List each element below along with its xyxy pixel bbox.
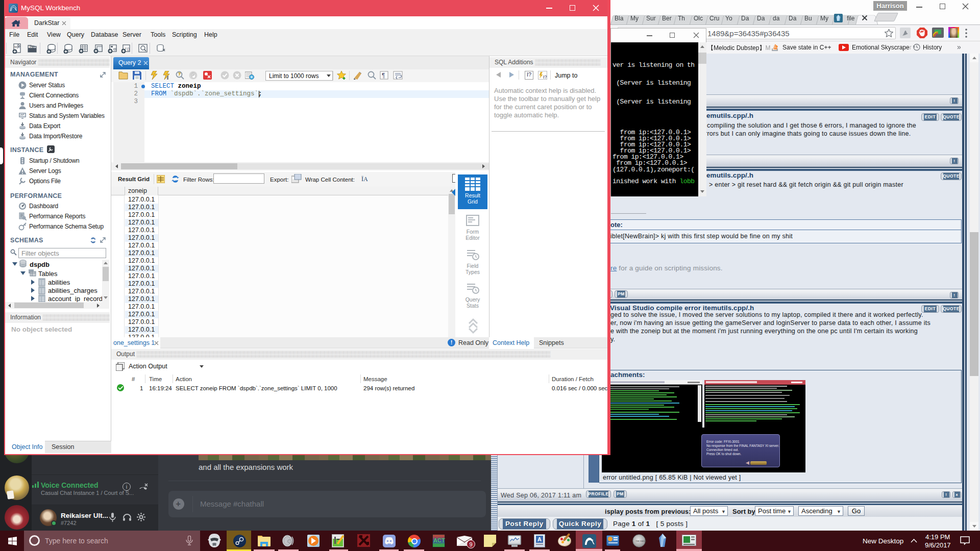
svg-text:ĪA: ĪA: [361, 176, 368, 183]
svg-text:SQL: SQL: [14, 45, 20, 48]
svg-text:¶: ¶: [382, 72, 385, 79]
svg-text:SQL: SQL: [30, 45, 36, 48]
